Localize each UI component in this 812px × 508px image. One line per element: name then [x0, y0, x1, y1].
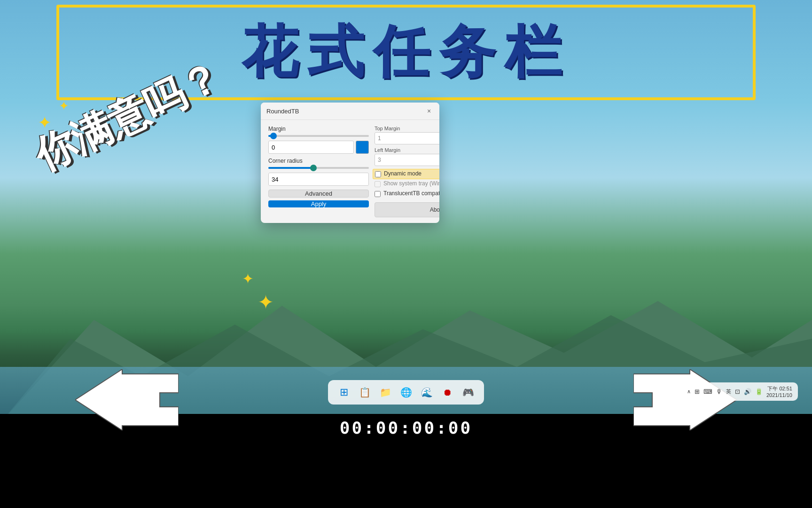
about-button[interactable]: About RoundedTB [375, 202, 439, 217]
sparkle-4: ✦ [258, 291, 274, 314]
color-picker-button[interactable] [356, 141, 369, 154]
margin-slider-container[interactable] [268, 135, 369, 137]
system-tray-label: Show system tray (Win +F2) [383, 180, 439, 188]
sparkle-1: ✦ [38, 113, 52, 133]
tray-battery-icon[interactable]: 🔋 [755, 388, 763, 395]
taskbar-icon-edge-dev[interactable]: 🌊 [418, 384, 435, 401]
margin-grid: Top Margin Bottom Margi Left Margin Righ… [375, 126, 439, 166]
top-margin-label: Top Margin [375, 126, 439, 131]
taskbar-icon-edge[interactable]: 🌐 [398, 384, 414, 401]
dynamic-mode-checkbox[interactable] [375, 171, 381, 177]
taskbar-icon-start[interactable]: ⊞ [336, 384, 352, 401]
dialog-body: Margin Corner radius [261, 120, 439, 223]
system-tray-row: Show system tray (Win +F2) [375, 180, 439, 188]
tray-volume-icon[interactable]: 🔊 [744, 388, 751, 395]
sparkle-2: ✦ [59, 99, 69, 113]
left-margin-field: Left Margin [375, 147, 439, 166]
tray-windows-icon[interactable]: ⊞ [695, 388, 700, 395]
dialog-right-column: Top Margin Bottom Margi Left Margin Righ… [375, 126, 439, 217]
top-margin-input[interactable] [375, 132, 439, 144]
translucent-row: TranslucentTB compatibility [375, 190, 439, 198]
dialog-titlebar: RoundedTB × [261, 103, 439, 120]
margin-slider-thumb[interactable] [270, 133, 277, 139]
sparkle-3: ✦ [242, 270, 254, 287]
dialog-title: RoundedTB [266, 108, 299, 115]
left-margin-input[interactable] [375, 154, 439, 166]
time-value: 下午 02:51 [767, 385, 792, 392]
tray-wifi-icon[interactable]: ⊡ [735, 388, 740, 395]
radius-value-input[interactable] [268, 173, 369, 186]
radius-slider-fill [268, 167, 313, 169]
corner-radius-label: Corner radius [268, 158, 369, 164]
tray-chevron[interactable]: ∧ [687, 389, 691, 395]
margin-label: Margin [268, 126, 369, 132]
radius-slider-track[interactable] [268, 167, 369, 169]
radius-input-row [268, 173, 369, 186]
timer-display: 00:00:00:00 [340, 418, 472, 437]
taskbar-icon-game[interactable]: 🎮 [460, 384, 476, 401]
apply-button[interactable]: Apply [268, 200, 369, 207]
dynamic-mode-label: Dynamic mode [384, 170, 422, 178]
radius-slider-container[interactable] [268, 167, 369, 169]
title-text: 花式任务栏 [223, 9, 589, 95]
left-margin-label: Left Margin [375, 147, 439, 153]
advanced-button[interactable]: Advanced [268, 190, 369, 198]
dialog-columns: Margin Corner radius [268, 126, 432, 217]
tray-keyboard-icon[interactable]: ⌨ [703, 388, 712, 395]
tray-mic-icon[interactable]: 🎙 [716, 388, 722, 395]
system-tray-checkbox[interactable] [375, 181, 381, 187]
margin-value-input[interactable] [268, 141, 354, 154]
roundedtb-dialog: RoundedTB × Margin [261, 103, 439, 223]
taskbar-icon-record[interactable]: ⏺ [439, 384, 456, 401]
system-tray[interactable]: ∧ ⊞ ⌨ 🎙 英 ⊡ 🔊 🔋 下午 02:51 2021/11/10 [681, 382, 798, 401]
dynamic-mode-row: Dynamic mode [373, 169, 439, 179]
top-margin-field: Top Margin [375, 126, 439, 144]
translucent-checkbox[interactable] [375, 191, 381, 197]
translucent-label: TranslucentTB compatibility [383, 190, 439, 198]
arrow-left [75, 369, 179, 430]
svg-marker-2 [75, 369, 179, 430]
taskbar-icon-files[interactable]: 📁 [377, 384, 394, 401]
margin-slider-track[interactable] [268, 135, 369, 137]
dialog-left-column: Margin Corner radius [268, 126, 369, 217]
date-value: 2021/11/10 [766, 392, 792, 398]
taskbar-center[interactable]: ⊞ 📋 📁 🌐 🌊 ⏺ 🎮 [328, 380, 484, 405]
dialog-close-button[interactable]: × [424, 106, 434, 116]
margin-input-row [268, 141, 369, 154]
radius-slider-thumb[interactable] [310, 165, 317, 171]
tray-lang[interactable]: 英 [726, 388, 731, 395]
time-display: 下午 02:51 2021/11/10 [766, 385, 792, 398]
taskbar-icon-widgets[interactable]: 📋 [356, 384, 373, 401]
